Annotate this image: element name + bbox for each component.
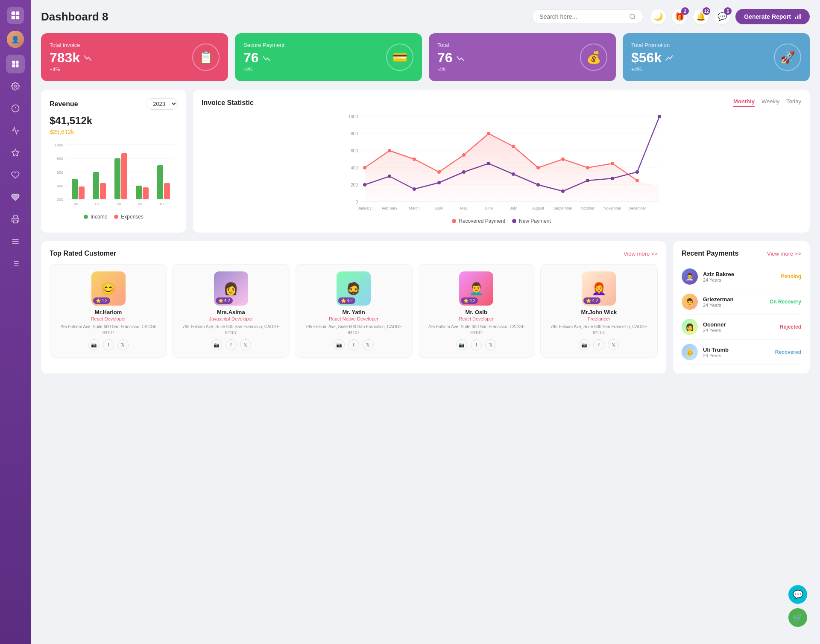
trend-down-icon-2 <box>456 55 465 61</box>
svg-rect-3 <box>16 16 19 19</box>
payment-age-1: 24 Years <box>703 303 764 308</box>
stat-total-invoice[interactable]: Total invoice 783k +4% 📋 <box>41 33 228 81</box>
sidebar-logo[interactable] <box>7 7 24 24</box>
twitter-icon-3[interactable]: 𝕏 <box>485 339 496 350</box>
sidebar-item-star[interactable] <box>6 143 25 162</box>
svg-text:September: September <box>554 206 572 210</box>
customer-role-0: React Developer <box>55 316 161 321</box>
customers-view-more[interactable]: View more >> <box>624 251 658 257</box>
payment-name-2: Oconner <box>703 321 775 328</box>
svg-text:March: March <box>409 206 419 210</box>
stat-icon-2: 💰 <box>580 44 607 71</box>
legend-expenses: Expenses <box>114 214 144 220</box>
instagram-icon-3[interactable]: 📷 <box>456 339 467 350</box>
sidebar-item-heart1[interactable] <box>6 166 25 184</box>
stat-value-0: 783k <box>50 50 80 66</box>
instagram-icon-0[interactable]: 📷 <box>88 339 100 350</box>
payment-item-0[interactable]: 👨‍💼 Aziz Bakree 24 Years Pending <box>682 264 801 289</box>
gift-icon-btn[interactable]: 🎁 2 <box>671 9 688 25</box>
customer-card-2[interactable]: 🧔 ⭐ 4.2 Mr. Yatin React Native Developer… <box>295 264 412 358</box>
header-icons: 🌙 🎁 2 🔔 12 💬 5 Generate Report <box>650 9 810 25</box>
stat-label-1: Secure Payment <box>243 42 284 48</box>
svg-text:800: 800 <box>57 157 63 161</box>
svg-rect-5 <box>16 61 19 64</box>
payment-info-0: Aziz Bakree 24 Years <box>703 271 776 283</box>
twitter-icon-0[interactable]: 𝕏 <box>117 339 129 350</box>
customer-socials-1: 📷 f 𝕏 <box>178 339 284 350</box>
tab-weekly[interactable]: Weekly <box>761 98 779 107</box>
chat-icon-btn[interactable]: 💬 5 <box>714 9 730 25</box>
svg-text:August: August <box>532 206 545 210</box>
stat-total-promotion[interactable]: Total Promotion $56k +4% 🚀 <box>623 33 810 81</box>
recovered-dot <box>452 219 456 223</box>
expenses-dot <box>114 215 118 219</box>
facebook-icon-3[interactable]: f <box>471 339 482 350</box>
search-box[interactable] <box>532 9 643 24</box>
customer-card-0[interactable]: 😊 ⭐ 4.2 Mr.Hariom React Developer 795 Fo… <box>50 264 167 358</box>
svg-text:800: 800 <box>351 131 358 136</box>
svg-point-67 <box>413 157 416 161</box>
facebook-icon-1[interactable]: f <box>226 339 237 350</box>
customer-card-1[interactable]: 👩 ⭐ 4.2 Mrs.Asima Javascript Developer 7… <box>172 264 290 358</box>
stat-total[interactable]: Total 76 -4% 💰 <box>429 33 616 81</box>
instagram-icon-4[interactable]: 📷 <box>579 339 590 350</box>
payment-avatar-0: 👨‍💼 <box>682 268 698 285</box>
fab-cart[interactable]: 🛒 <box>788 608 807 627</box>
sidebar-item-settings[interactable] <box>6 77 25 96</box>
payment-item-2[interactable]: 👩 Oconner 24 Years Rejected <box>682 315 801 340</box>
search-input[interactable] <box>539 13 626 20</box>
twitter-icon-1[interactable]: 𝕏 <box>240 339 251 350</box>
customer-name-3: Mr. Osib <box>423 309 530 315</box>
payment-item-1[interactable]: 👨 Griezerman 24 Years On Recovery <box>682 289 801 315</box>
customer-name-4: Mr.John Wick <box>546 309 652 315</box>
facebook-icon-2[interactable]: f <box>348 339 359 350</box>
fab-support[interactable]: 💬 <box>788 585 807 604</box>
customer-card-4[interactable]: 👩‍🦰 ⭐ 4.2 Mr.John Wick Freelancer 795 Fo… <box>540 264 658 358</box>
svg-point-83 <box>512 172 515 176</box>
customers-card: Top Rated Customer View more >> 😊 ⭐ 4.2 … <box>41 241 666 373</box>
generate-report-button[interactable]: Generate Report <box>735 9 810 24</box>
customer-card-3[interactable]: 👨‍🦱 ⭐ 4.2 Mr. Osib React Developer 795 F… <box>418 264 535 358</box>
svg-rect-47 <box>164 183 170 199</box>
svg-rect-39 <box>79 186 85 199</box>
instagram-icon-1[interactable]: 📷 <box>211 339 222 350</box>
tab-monthly[interactable]: Monthly <box>733 98 755 107</box>
facebook-icon-4[interactable]: f <box>593 339 604 350</box>
sidebar-item-dashboard[interactable] <box>6 55 25 73</box>
stat-change-3: +4% <box>631 67 674 73</box>
sidebar-item-analytics[interactable] <box>6 121 25 140</box>
recent-payments-card: Recent Payments View more >> 👨‍💼 Aziz Ba… <box>673 241 810 373</box>
tab-today[interactable]: Today <box>786 98 801 107</box>
customer-role-1: Javascript Developer <box>178 316 284 321</box>
payment-age-0: 24 Years <box>703 277 776 283</box>
svg-point-70 <box>487 132 490 135</box>
sidebar-item-list[interactable] <box>6 254 25 273</box>
sidebar-item-heart2[interactable] <box>6 188 25 207</box>
svg-text:600: 600 <box>57 170 63 175</box>
svg-point-23 <box>630 14 635 19</box>
facebook-icon-0[interactable]: f <box>103 339 114 350</box>
dark-mode-toggle[interactable]: 🌙 <box>650 9 666 25</box>
sidebar-item-print[interactable] <box>6 210 25 229</box>
invoice-title: Invoice Statistic <box>202 99 254 107</box>
twitter-icon-2[interactable]: 𝕏 <box>363 339 374 350</box>
payments-list: 👨‍💼 Aziz Bakree 24 Years Pending 👨 Griez… <box>682 264 801 365</box>
sidebar-item-menu[interactable] <box>6 232 25 251</box>
stat-icon-3: 🚀 <box>774 44 801 71</box>
twitter-icon-4[interactable]: 𝕏 <box>608 339 619 350</box>
trend-up-icon-3 <box>665 55 674 61</box>
sidebar-avatar[interactable]: 👤 <box>7 31 24 48</box>
payment-item-3[interactable]: 👴 Uli Trumb 24 Years Recovered <box>682 340 801 365</box>
year-selector[interactable]: 2023 2022 2021 <box>146 98 178 110</box>
svg-rect-1 <box>16 12 19 15</box>
payments-view-more[interactable]: View more >> <box>767 251 801 257</box>
customer-avatar-3: 👨‍🦱 ⭐ 4.2 <box>459 271 493 306</box>
svg-text:April: April <box>435 206 443 210</box>
sidebar-item-info[interactable] <box>6 99 25 118</box>
chat-badge: 5 <box>724 7 732 15</box>
svg-point-78 <box>388 175 391 178</box>
stat-secure-payment[interactable]: Secure Payment 76 -4% 💳 <box>235 33 422 81</box>
payment-age-3: 24 Years <box>703 353 770 358</box>
bell-icon-btn[interactable]: 🔔 12 <box>693 9 709 25</box>
instagram-icon-2[interactable]: 📷 <box>334 339 345 350</box>
